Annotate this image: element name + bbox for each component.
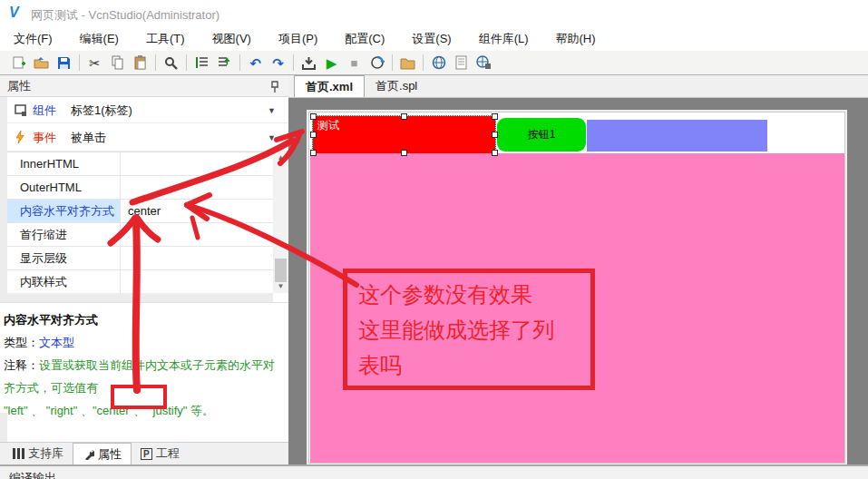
property-description: 内容水平对齐方式 类型：文本型 注释：设置或获取当前组件内文本或子元素的水平对齐…	[0, 302, 288, 413]
event-selector-row: 事件 被单击 ▼	[7, 124, 288, 152]
component-dropdown[interactable]: 标签1(标签) ▼	[63, 101, 288, 121]
run-icon[interactable]: ▶	[320, 52, 343, 73]
toolbar-separator	[423, 54, 424, 71]
toolbar-separator	[155, 54, 156, 71]
property-row[interactable]: 显示层级	[7, 247, 273, 270]
resize-handle-nw[interactable]	[310, 113, 317, 120]
resize-handle-sw[interactable]	[310, 150, 317, 156]
undo-icon[interactable]: ↶	[244, 52, 267, 73]
menu-view[interactable]: 视图(V)	[199, 27, 265, 51]
canvas-button-element[interactable]: 按钮1	[497, 118, 586, 152]
component-label: 组件	[33, 103, 63, 119]
property-row[interactable]: 内联样式	[7, 270, 273, 294]
menu-edit[interactable]: 编辑(E)	[66, 27, 132, 51]
cut-icon[interactable]: ✂	[83, 52, 106, 73]
menu-config[interactable]: 配置(C)	[331, 27, 398, 51]
canvas-page-body[interactable]	[310, 153, 844, 463]
save-icon[interactable]	[53, 52, 75, 73]
toolbar-separator	[239, 54, 240, 71]
find-icon[interactable]	[160, 52, 182, 73]
property-name: 内容水平对齐方式	[7, 200, 121, 222]
stop-icon[interactable]: ■	[343, 52, 366, 73]
format-indent-icon[interactable]	[190, 52, 213, 73]
designer-area: 首页.xml 首页.spl 测试 按钮1	[288, 75, 868, 464]
tab-homepage-xml[interactable]: 首页.xml	[294, 75, 365, 97]
copy-icon[interactable]	[106, 52, 129, 73]
grid-gap	[7, 293, 273, 302]
tab-support-library[interactable]: 支持库	[4, 443, 73, 464]
document-icon[interactable]	[450, 52, 473, 73]
resize-handle-n[interactable]	[401, 113, 407, 120]
scroll-up-icon[interactable]: ▲	[273, 152, 288, 164]
property-value[interactable]	[121, 176, 273, 199]
event-label: 事件	[33, 130, 63, 146]
tab-properties[interactable]: 属性	[73, 443, 132, 464]
output-label: 编译输出	[9, 470, 56, 479]
toolbar-separator	[392, 54, 393, 71]
toolbar-separator	[186, 54, 187, 71]
property-row[interactable]: 首行缩进	[7, 223, 273, 247]
open-project-icon[interactable]	[30, 52, 53, 73]
resize-handle-ne[interactable]	[492, 113, 498, 120]
menu-tools[interactable]: 工具(T)	[132, 27, 199, 51]
redo-icon[interactable]: ↷	[267, 52, 289, 73]
type-value-link[interactable]: 文本型	[39, 336, 74, 349]
tab-label: 支持库	[28, 445, 63, 462]
component-icon	[7, 103, 33, 117]
property-value[interactable]: center	[121, 200, 273, 222]
tab-label: 工程	[156, 445, 180, 462]
scroll-down-icon[interactable]: ▼	[273, 280, 288, 293]
type-label: 类型：	[4, 336, 39, 349]
globe-icon[interactable]	[427, 52, 450, 73]
values-after: 、 "justify" 等。	[133, 404, 214, 417]
design-canvas[interactable]: 测试 按钮1	[308, 112, 845, 464]
build-icon[interactable]	[297, 52, 320, 73]
event-value: 被单击	[71, 131, 106, 144]
panel-tab-strip: 支持库 属性 P 工程	[0, 442, 288, 464]
folder-icon[interactable]	[396, 52, 419, 73]
chevron-down-icon: ▼	[268, 101, 276, 121]
menu-project[interactable]: 项目(P)	[265, 27, 331, 51]
paste-icon[interactable]	[129, 52, 151, 73]
property-name: 内联样式	[7, 270, 121, 293]
property-name: InnerHTML	[7, 152, 121, 175]
resize-handle-e[interactable]	[492, 132, 498, 138]
note-label: 注释：	[4, 358, 39, 372]
note-text: 设置或获取当前组件内文本或子元素的水平对齐方式，可选值有	[4, 358, 275, 395]
component-selector-row: 组件 标签1(标签) ▼	[7, 98, 288, 123]
tab-project[interactable]: P 工程	[132, 443, 189, 464]
new-file-icon[interactable]	[7, 52, 30, 73]
menu-settings[interactable]: 设置(S)	[398, 27, 464, 51]
property-row[interactable]: InnerHTML	[7, 152, 273, 176]
window-title: 网页测试 - VcnStudio(Administrator)	[31, 7, 219, 24]
property-value[interactable]	[121, 270, 273, 293]
canvas-block-element[interactable]	[587, 120, 767, 152]
toolbar: ✂ ↶ ↷ ▶ ■	[0, 51, 868, 75]
tab-homepage-spl[interactable]: 首页.spl	[365, 75, 428, 97]
property-value[interactable]	[121, 247, 273, 269]
menu-component-lib[interactable]: 组件库(L)	[465, 27, 542, 51]
canvas-label-element[interactable]: 测试	[313, 116, 495, 153]
app-logo-icon: V	[9, 5, 19, 21]
event-dropdown[interactable]: 被单击 ▼	[63, 128, 288, 148]
menu-file[interactable]: 文件(F)	[0, 27, 66, 51]
property-value[interactable]	[121, 223, 273, 246]
resize-handle-s[interactable]	[401, 150, 407, 156]
values-before: "left" 、 "right" 、	[4, 404, 93, 417]
resize-handle-se[interactable]	[492, 150, 498, 156]
refresh-browser-icon[interactable]	[366, 52, 388, 73]
property-row-selected[interactable]: 内容水平对齐方式 center	[7, 200, 273, 223]
wrench-icon	[83, 448, 94, 460]
globe-settings-icon[interactable]	[473, 52, 495, 73]
properties-panel-title: 属性	[7, 79, 31, 93]
scrollbar-thumb[interactable]	[275, 259, 287, 282]
property-row[interactable]: OuterHTML	[7, 176, 273, 200]
property-name: 首行缩进	[7, 223, 121, 246]
menu-bar: 文件(F) 编辑(E) 工具(T) 视图(V) 项目(P) 配置(C) 设置(S…	[0, 27, 868, 51]
property-grid-scrollbar[interactable]: ▲ ▼	[273, 152, 288, 293]
menu-help[interactable]: 帮助(H)	[542, 27, 610, 51]
property-value[interactable]	[121, 152, 273, 175]
resize-handle-w[interactable]	[310, 132, 317, 138]
format-outdent-icon[interactable]	[213, 52, 236, 73]
editor-tab-strip: 首页.xml 首页.spl	[288, 75, 868, 98]
